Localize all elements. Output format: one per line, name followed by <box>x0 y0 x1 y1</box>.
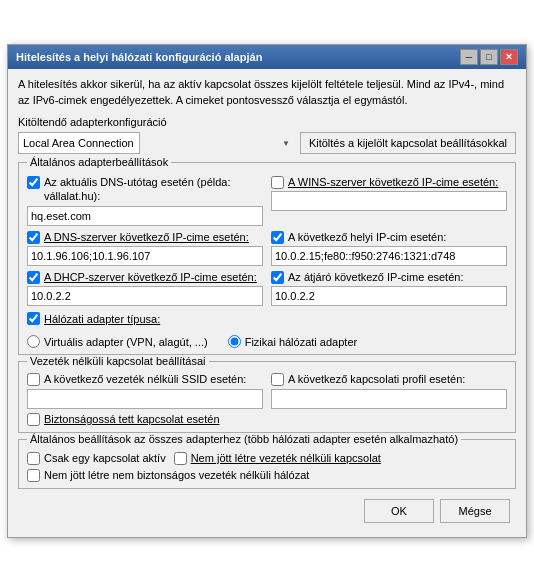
dhcp-group: A DHCP-szerver következő IP-cime esetén: <box>27 270 263 306</box>
ssid-input[interactable] <box>27 389 263 409</box>
general-bottom-title: Általános beállítások az összes adapterh… <box>27 433 461 445</box>
wireless-settings-grid: A következő vezeték nélküli SSID esetén:… <box>27 372 507 408</box>
secured-label: Biztonságossá tett kapcsolat esetén <box>27 413 507 426</box>
wins-group: A WINS-szerver következő IP-cime esetén: <box>271 175 507 226</box>
dns-server-input[interactable] <box>27 246 263 266</box>
adapter-row: Local Area Connection Kitöltés a kijelöl… <box>18 132 516 154</box>
dns-server-checkbox[interactable] <box>27 231 40 244</box>
dns-suffix-input[interactable] <box>27 206 263 226</box>
physical-adapter-label: Fizikai hálózati adapter <box>228 335 358 348</box>
close-button[interactable]: ✕ <box>500 49 518 65</box>
local-ip-label: A következő helyi IP-cim esetén: <box>271 230 507 244</box>
local-ip-input[interactable] <box>271 246 507 266</box>
general-bottom-row2: Nem jött létre nem biztonságos vezeték n… <box>27 469 507 482</box>
no-wireless-label: Nem jött létre vezeték nélküli kapcsolat <box>174 452 381 465</box>
general-bottom-section: Általános beállítások az összes adapterh… <box>18 439 516 489</box>
wireless-settings-title: Vezeték nélküli kapcsolat beállításai <box>27 355 209 367</box>
main-window: Hitelesítés a helyi hálózati konfiguráci… <box>7 44 527 537</box>
general-settings-grid: Az aktuális DNS-utótag esetén (példa: vá… <box>27 175 507 306</box>
wireless-settings-group: Vezeték nélküli kapcsolat beállításai A … <box>18 361 516 432</box>
secured-row: Biztonságossá tett kapcsolat esetén <box>27 413 507 426</box>
general-bottom-row1: Csak egy kapcsolat aktív Nem jött létre … <box>27 452 507 465</box>
maximize-button[interactable]: □ <box>480 49 498 65</box>
wins-input[interactable] <box>271 191 507 211</box>
no-insecure-wireless-label: Nem jött létre nem biztonságos vezeték n… <box>27 469 507 482</box>
secured-checkbox[interactable] <box>27 413 40 426</box>
single-connection-checkbox[interactable] <box>27 452 40 465</box>
dns-suffix-checkbox[interactable] <box>27 176 40 189</box>
dns-server-group: A DNS-szerver következő IP-cime esetén: <box>27 230 263 266</box>
profile-input[interactable] <box>271 389 507 409</box>
physical-adapter-radio[interactable] <box>228 335 241 348</box>
ssid-label: A következő vezeték nélküli SSID esetén: <box>27 372 263 386</box>
adapter-dropdown[interactable]: Local Area Connection <box>18 132 140 154</box>
dhcp-label: A DHCP-szerver következő IP-cime esetén: <box>27 270 263 284</box>
ok-button[interactable]: OK <box>364 499 434 523</box>
virtual-adapter-radio[interactable] <box>27 335 40 348</box>
dns-suffix-group: Az aktuális DNS-utótag esetén (példa: vá… <box>27 175 263 226</box>
dns-suffix-label: Az aktuális DNS-utótag esetén (példa: vá… <box>27 175 263 204</box>
dialog-content: A hitelesítés akkor sikerül, ha az aktív… <box>8 69 526 536</box>
intro-text: A hitelesítés akkor sikerül, ha az aktív… <box>18 77 516 108</box>
adapter-dropdown-wrapper: Local Area Connection <box>18 132 294 154</box>
adapter-type-label: Hálózati adapter típusa: <box>27 312 507 325</box>
adapter-type-radios: Virtuális adapter (VPN, alagút, ...) Fiz… <box>27 331 507 348</box>
no-insecure-wireless-checkbox[interactable] <box>27 469 40 482</box>
dhcp-input[interactable] <box>27 286 263 306</box>
general-settings-group: Általános adapterbeállítások Az aktuális… <box>18 162 516 355</box>
local-ip-checkbox[interactable] <box>271 231 284 244</box>
gateway-group: Az átjáró következő IP-cime esetén: <box>271 270 507 306</box>
adapter-type-row: Hálózati adapter típusa: Virtuális adapt… <box>27 312 507 348</box>
profile-checkbox[interactable] <box>271 373 284 386</box>
dhcp-checkbox[interactable] <box>27 271 40 284</box>
dns-server-label: A DNS-szerver következő IP-cime esetén: <box>27 230 263 244</box>
cancel-button[interactable]: Mégse <box>440 499 510 523</box>
single-connection-label: Csak egy kapcsolat aktív <box>27 452 166 465</box>
wins-checkbox[interactable] <box>271 176 284 189</box>
fill-button[interactable]: Kitöltés a kijelölt kapcsolat beállításo… <box>300 132 516 154</box>
local-ip-group: A következő helyi IP-cim esetén: <box>271 230 507 266</box>
minimize-button[interactable]: ─ <box>460 49 478 65</box>
footer-buttons: OK Mégse <box>18 495 516 529</box>
title-bar-buttons: ─ □ ✕ <box>460 49 518 65</box>
no-wireless-checkbox[interactable] <box>174 452 187 465</box>
gateway-input[interactable] <box>271 286 507 306</box>
adapter-type-checkbox[interactable] <box>27 312 40 325</box>
general-settings-title: Általános adapterbeállítások <box>27 156 171 168</box>
title-bar: Hitelesítés a helyi hálózati konfiguráci… <box>8 45 526 69</box>
adapter-section-label: Kitöltendő adapterkonfiguráció <box>18 116 516 128</box>
wins-label: A WINS-szerver következő IP-cime esetén: <box>271 175 507 189</box>
profile-label: A következő kapcsolati profil esetén: <box>271 372 507 386</box>
gateway-checkbox[interactable] <box>271 271 284 284</box>
profile-group: A következő kapcsolati profil esetén: <box>271 372 507 408</box>
ssid-checkbox[interactable] <box>27 373 40 386</box>
virtual-adapter-label: Virtuális adapter (VPN, alagút, ...) <box>27 335 208 348</box>
window-title: Hitelesítés a helyi hálózati konfiguráci… <box>16 51 262 63</box>
ssid-group: A következő vezeték nélküli SSID esetén: <box>27 372 263 408</box>
gateway-label: Az átjáró következő IP-cime esetén: <box>271 270 507 284</box>
